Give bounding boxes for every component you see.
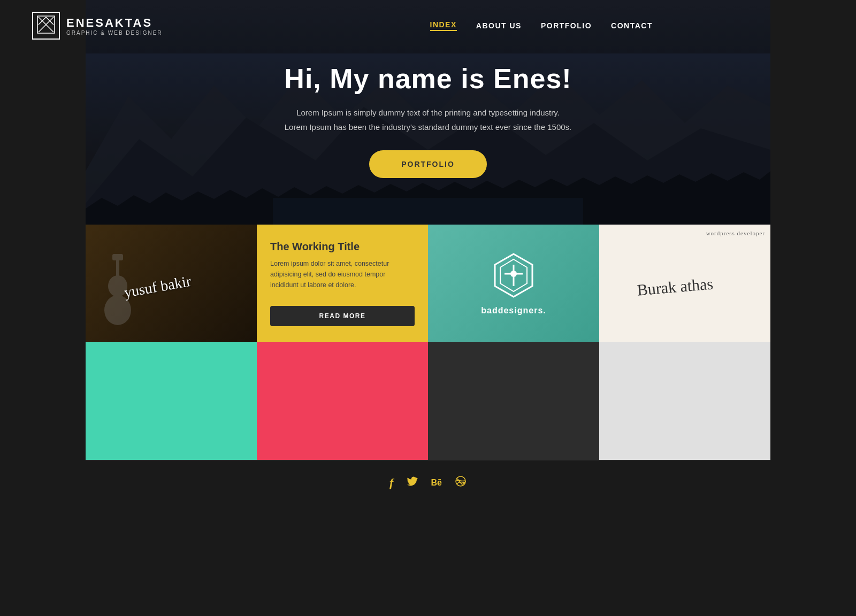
baddesigners-label: baddesigners. — [481, 306, 546, 315]
hero-content: Hi, My name is Enes! Lorem Ipsum is simp… — [284, 47, 571, 178]
brand-name: ENESAKTAS — [86, 16, 163, 30]
hex-logo-icon — [490, 251, 538, 299]
portfolio-item-light[interactable] — [599, 342, 770, 460]
logo-text: ENESAKTAS GRAPHIC & WEB DESIGNER — [86, 16, 163, 36]
svg-point-19 — [510, 271, 517, 277]
hero-title: Hi, My name is Enes! — [284, 63, 571, 95]
portfolio-item-guitar[interactable]: yusuf bakir — [86, 225, 257, 342]
footer: f Bē — [86, 460, 770, 505]
svg-text:Burak athas: Burak athas — [636, 274, 714, 298]
behance-icon[interactable]: Bē — [431, 478, 441, 488]
header: ENESAKTAS GRAPHIC & WEB DESIGNER INDEX A… — [86, 0, 685, 51]
portfolio-item-red[interactable] — [257, 342, 428, 460]
brand-tagline: GRAPHIC & WEB DESIGNER — [86, 30, 163, 36]
svg-text:yusuf bakir: yusuf bakir — [123, 273, 193, 301]
nav-portfolio[interactable]: PORTFOLIO — [541, 21, 592, 30]
read-more-button[interactable]: READ MORE — [270, 306, 415, 326]
portfolio-item-baddesigners[interactable]: baddesigners. — [428, 225, 599, 342]
nav-contact[interactable]: CONTACT — [611, 21, 653, 30]
twitter-icon[interactable] — [406, 475, 418, 490]
wp-sub-text: wordpress developer — [706, 230, 765, 236]
portfolio-item-working-title[interactable]: The Working Title Lorem ipsum dolor sit … — [257, 225, 428, 342]
dribbble-icon[interactable] — [455, 475, 467, 490]
wp-card-text-svg: Burak athas — [631, 262, 738, 305]
portfolio-item-wordpress[interactable]: wordpress developer Burak athas — [599, 225, 770, 342]
svg-rect-13 — [112, 254, 123, 260]
nav-about[interactable]: ABOUT US — [476, 21, 522, 30]
main-nav: INDEX ABOUT US PORTFOLIO CONTACT — [430, 20, 653, 31]
logo-area: ENESAKTAS GRAPHIC & WEB DESIGNER — [86, 12, 163, 40]
portfolio-item-dark[interactable] — [428, 342, 599, 460]
hero-description: Lorem Ipsum is simply dummy text of the … — [284, 105, 571, 134]
card-desc: Lorem ipsum dolor sit amet, consectetur … — [270, 258, 415, 290]
card-title: The Working Title — [270, 241, 415, 253]
portfolio-cta-button[interactable]: PORTFOLIO — [369, 150, 487, 178]
nav-index[interactable]: INDEX — [430, 20, 457, 31]
facebook-icon[interactable]: f — [389, 476, 393, 490]
portfolio-item-teal[interactable] — [86, 342, 257, 460]
portfolio-grid: yusuf bakir The Working Title Lorem ipsu… — [86, 225, 770, 460]
